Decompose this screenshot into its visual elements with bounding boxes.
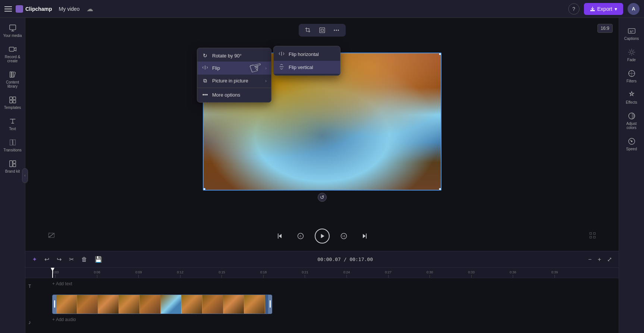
context-menu-more-options-label: More options <box>212 92 267 98</box>
text-icon <box>9 117 17 125</box>
right-sidebar-item-speed[interactable]: Speed <box>620 134 643 154</box>
flip-horizontal-item[interactable]: Flip horizontal <box>274 48 340 61</box>
delete-button[interactable]: 🗑 <box>79 255 89 264</box>
hide-video-button[interactable] <box>48 232 55 241</box>
svg-rect-1 <box>9 47 14 51</box>
project-name[interactable]: My video <box>56 4 83 13</box>
audio-track-label: ♪ <box>28 319 52 326</box>
adjust-colors-icon <box>628 112 636 120</box>
ruler-mark-5: 0:18 <box>260 270 267 278</box>
fullscreen-button[interactable] <box>589 232 596 241</box>
rotate-handle[interactable]: ↺ <box>318 193 327 202</box>
svg-rect-2 <box>9 97 12 100</box>
crop-button[interactable] <box>302 25 314 35</box>
help-button[interactable]: ? <box>568 3 579 15</box>
add-audio-label: + Add audio <box>52 317 76 322</box>
zoom-in-button[interactable]: + <box>596 255 603 264</box>
skip-to-start-button[interactable] <box>273 229 286 243</box>
sidebar-collapse-handle[interactable]: ‹ <box>22 168 28 183</box>
sidebar-item-templates[interactable]: Templates <box>1 93 24 113</box>
context-menu-more-options[interactable]: ••• More options <box>197 89 271 101</box>
resize-handle-bottom-right[interactable] <box>439 188 442 191</box>
forward-button[interactable]: +5 <box>337 229 351 243</box>
clip-frame-2 <box>77 295 98 314</box>
timeline-time: 00:00.07 / 00:17.00 <box>317 257 373 262</box>
export-label: Export <box>597 6 612 12</box>
sidebar-item-record-create[interactable]: Record & create <box>1 42 24 66</box>
svg-rect-0 <box>9 25 16 30</box>
skip-to-end-button[interactable] <box>358 229 371 243</box>
context-menu-pip[interactable]: ⧉ Picture in picture › <box>197 75 271 87</box>
effects-icon <box>628 91 636 99</box>
right-sidebar-item-filters[interactable]: Filters <box>620 66 643 86</box>
video-clip-frames <box>56 295 268 314</box>
flip-vertical-item[interactable]: Flip vertical <box>274 61 340 74</box>
svg-rect-19 <box>628 29 635 34</box>
text-track-label: T <box>28 284 52 289</box>
playback-row: -5 +5 <box>25 221 619 251</box>
more-options-button[interactable] <box>330 25 343 35</box>
rewind-button[interactable]: -5 <box>294 229 307 243</box>
right-sidebar-item-adjust-colors[interactable]: Adjust colors <box>620 109 643 133</box>
playhead[interactable] <box>52 268 53 278</box>
sidebar-item-text[interactable]: Text <box>1 114 24 134</box>
context-menu-divider <box>197 88 271 88</box>
svg-point-13 <box>337 30 339 31</box>
sidebar-item-transitions[interactable]: Transitions <box>1 135 24 155</box>
clip-frame-7 <box>182 295 202 314</box>
sidebar-item-your-media[interactable]: Your media <box>1 21 24 41</box>
svg-rect-7 <box>9 161 12 167</box>
left-sidebar: Your media Record & create Content libra… <box>0 18 25 333</box>
sidebar-item-brand-kit[interactable]: Brand kit <box>1 157 24 176</box>
context-menu-rotate-label: Rotate by 90° <box>212 53 267 59</box>
magic-tool-button[interactable]: ✦ <box>30 254 39 264</box>
add-audio-button[interactable]: + Add audio <box>52 317 616 322</box>
fit-button[interactable] <box>316 25 329 35</box>
pip-arrow-icon: › <box>265 78 267 84</box>
timeline-area: ✦ ↩ ↪ ✂ 🗑 💾 00:00.07 / 00:17.00 − + ⤢ <box>25 251 619 333</box>
audio-track-icon: ♪ <box>28 319 31 325</box>
sidebar-item-content-library[interactable]: Content library <box>1 67 24 91</box>
time-separator: / <box>344 257 350 262</box>
save-button[interactable]: 💾 <box>92 254 104 264</box>
right-sidebar-item-captions[interactable]: Captions <box>620 24 643 44</box>
context-menu-rotate[interactable]: ↻ Rotate by 90° <box>197 50 271 62</box>
cut-button[interactable]: ✂ <box>67 254 76 264</box>
video-track-row <box>25 293 619 315</box>
sidebar-label-templates: Templates <box>4 106 21 110</box>
undo-button[interactable]: ↩ <box>42 254 51 264</box>
redo-button[interactable]: ↪ <box>54 254 64 264</box>
add-text-label: + Add text <box>52 281 72 286</box>
ruler-mark-10: 0:33 <box>468 270 475 278</box>
media-icon <box>9 24 17 32</box>
right-sidebar-item-fade[interactable]: Fade <box>620 45 643 65</box>
transitions-icon <box>9 138 17 147</box>
context-menu-flip[interactable]: Flip › <box>197 62 271 75</box>
zoom-out-button[interactable]: − <box>586 255 594 264</box>
svg-rect-4 <box>9 100 12 103</box>
aspect-ratio-badge: 16:9 <box>597 24 613 33</box>
context-menu-pip-label: Picture in picture <box>212 78 261 84</box>
resize-handle-top-right[interactable] <box>439 53 442 55</box>
fit-timeline-button[interactable]: ⤢ <box>605 254 614 264</box>
svg-rect-3 <box>13 97 15 100</box>
svg-text:+5: +5 <box>342 235 345 238</box>
ruler-mark-1: 0:06 <box>94 270 101 278</box>
video-clip[interactable] <box>52 295 272 314</box>
resize-handle-bottom-left[interactable] <box>203 188 205 191</box>
add-text-button[interactable]: + Add text <box>52 281 616 286</box>
clip-frame-6 <box>161 295 182 314</box>
export-button[interactable]: Export ▾ <box>584 3 623 15</box>
hamburger-menu-button[interactable] <box>4 6 12 12</box>
play-pause-button[interactable] <box>315 229 330 244</box>
avatar[interactable]: A <box>628 3 640 15</box>
svg-point-20 <box>630 51 633 53</box>
ruler-mark-12: 0:39 <box>551 270 558 278</box>
clip-right-handle[interactable] <box>268 295 272 314</box>
right-sidebar-item-effects[interactable]: Effects <box>620 88 643 107</box>
logo-icon <box>16 5 23 13</box>
cloud-sync-icon: ☁ <box>87 5 93 13</box>
ruler-mark-4: 0:15 <box>219 270 225 278</box>
svg-text:-5: -5 <box>299 235 301 238</box>
clip-left-handle[interactable] <box>53 295 56 314</box>
